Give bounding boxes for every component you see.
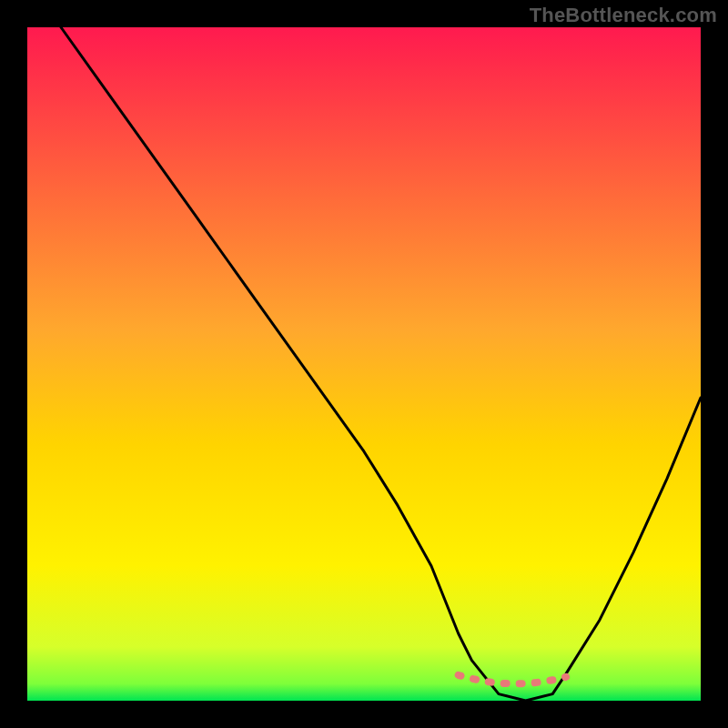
gradient-background — [27, 27, 701, 701]
watermark-text: TheBottleneck.com — [530, 4, 717, 27]
plot-area — [27, 27, 701, 701]
bottleneck-chart — [0, 0, 728, 728]
chart-container: TheBottleneck.com — [0, 0, 728, 728]
